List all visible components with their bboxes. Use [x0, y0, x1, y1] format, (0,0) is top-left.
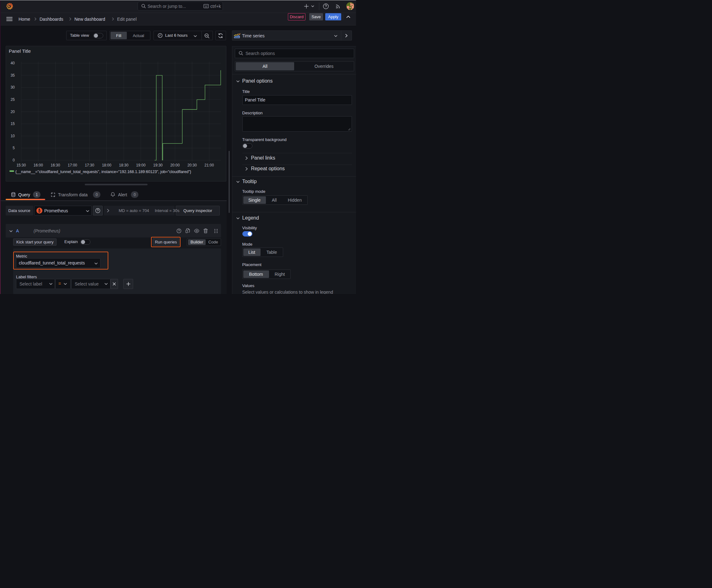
svg-text:20:30: 20:30: [188, 163, 197, 167]
svg-text:17:30: 17:30: [85, 163, 94, 167]
svg-text:20:00: 20:00: [170, 163, 179, 167]
svg-text:18:30: 18:30: [119, 163, 128, 167]
svg-text:18:00: 18:00: [102, 163, 111, 167]
svg-text:40: 40: [11, 61, 15, 65]
svg-text:{__name__="cloudflared_tunnel_: {__name__="cloudflared_tunnel_total_requ…: [15, 170, 191, 174]
svg-text:17:00: 17:00: [68, 163, 77, 167]
svg-text:15:30: 15:30: [16, 163, 26, 167]
svg-text:19:00: 19:00: [136, 163, 146, 167]
svg-text:16:00: 16:00: [34, 163, 43, 167]
svg-text:35: 35: [11, 73, 15, 77]
svg-text:5: 5: [13, 146, 15, 150]
svg-text:19:30: 19:30: [153, 163, 163, 167]
svg-text:25: 25: [11, 97, 15, 102]
svg-text:0: 0: [13, 158, 15, 162]
svg-text:10: 10: [11, 133, 15, 138]
svg-text:15: 15: [11, 122, 15, 126]
svg-text:30: 30: [11, 85, 15, 89]
svg-text:20: 20: [11, 109, 15, 114]
svg-text:Panel Title: Panel Title: [9, 48, 31, 54]
svg-text:21:00: 21:00: [204, 163, 214, 167]
svg-text:16:30: 16:30: [50, 163, 60, 167]
